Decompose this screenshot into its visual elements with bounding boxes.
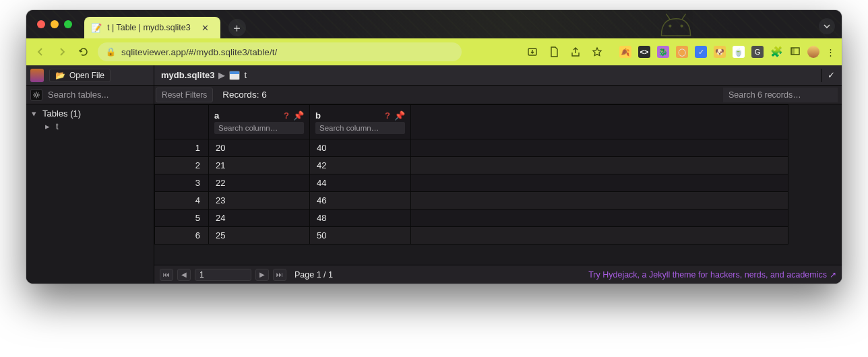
address-bar[interactable]: 🔒 sqliteviewer.app/#/mydb.sqlite3/table/…	[98, 42, 462, 61]
tab-favicon: 📝	[91, 22, 102, 33]
table-row[interactable]: 32244	[155, 174, 788, 192]
promo-link[interactable]: Try Hydejack, a Jekyll theme for hackers…	[588, 270, 836, 280]
url-actions	[526, 46, 603, 58]
app-topbar-left: 📂 Open File	[26, 65, 154, 86]
pager-footer: ⏮ ◀ ▶ ⏭ Page 1 / 1 Try Hydejack, a Jekyl…	[154, 265, 842, 284]
cell-a[interactable]: 21	[209, 157, 310, 174]
kebab-menu-icon[interactable]: ⋮	[826, 47, 835, 57]
column-search-input[interactable]	[315, 122, 405, 134]
pin-icon[interactable]: 📌	[293, 110, 304, 121]
browser-tab[interactable]: 📝 t | Table | mydb.sqlite3 ✕	[84, 17, 220, 38]
row-number: 4	[155, 192, 209, 209]
nav-forward-icon[interactable]	[55, 44, 69, 59]
cell-a[interactable]: 20	[209, 139, 310, 157]
breadcrumb-database[interactable]: mydb.sqlite3	[161, 70, 214, 80]
close-tab-icon[interactable]: ✕	[200, 22, 211, 33]
row-number: 5	[155, 209, 209, 227]
extension-icons: 🍂 <> 🐉 ◯ ✓ 🐶 🍵 G 🧩 ⋮	[619, 46, 835, 59]
panel-icon[interactable]	[790, 46, 801, 59]
column-header[interactable]: b ? 📌	[310, 105, 411, 139]
disclosure-triangle-icon[interactable]: ▸	[45, 121, 52, 131]
cell-b[interactable]: 50	[310, 227, 411, 245]
url-toolbar: 🔒 sqliteviewer.app/#/mydb.sqlite3/table/…	[26, 38, 842, 65]
tables-heading[interactable]: ▾ Tables (1)	[26, 107, 154, 120]
promo-text: Try Hydejack, a Jekyll theme for hackers…	[588, 270, 827, 280]
extension-icon[interactable]: 🍵	[733, 46, 745, 58]
row-number: 6	[155, 227, 209, 245]
column-header[interactable]: a ? 📌	[209, 105, 310, 139]
cell-b[interactable]: 46	[310, 192, 411, 209]
page-input[interactable]	[195, 269, 251, 281]
extension-icon[interactable]: 🐶	[714, 46, 726, 58]
data-grid: a ? 📌 b	[154, 104, 788, 245]
search-tables-input[interactable]	[46, 89, 150, 100]
cell-a[interactable]: 24	[209, 209, 310, 227]
cell-rest	[411, 192, 788, 209]
url-text: sqliteviewer.app/#/mydb.sqlite3/table/t/	[121, 47, 277, 57]
svg-point-0	[669, 24, 671, 27]
row-number: 3	[155, 174, 209, 192]
cell-rest	[411, 209, 788, 227]
tabs-overflow-button[interactable]	[819, 18, 835, 34]
table-row[interactable]: 12040	[155, 139, 788, 157]
pager-first-button[interactable]: ⏮	[160, 269, 173, 281]
app-logo-icon	[30, 69, 44, 82]
reset-filters-button[interactable]: Reset Filters	[156, 88, 213, 102]
android-decoration	[652, 10, 700, 38]
tab-title: t | Table | mydb.sqlite3	[107, 23, 191, 32]
new-tab-button[interactable]: ＋	[228, 19, 246, 36]
svg-rect-4	[791, 48, 795, 55]
cell-b[interactable]: 48	[310, 209, 411, 227]
tab-strip: 📝 t | Table | mydb.sqlite3 ✕ ＋	[26, 10, 842, 38]
profile-avatar-icon[interactable]	[807, 46, 819, 58]
column-name: a	[214, 110, 219, 121]
cell-a[interactable]: 22	[209, 174, 310, 192]
extensions-puzzle-icon[interactable]: 🧩	[770, 46, 783, 58]
disclosure-triangle-icon[interactable]: ▾	[32, 108, 38, 119]
bookmark-star-icon[interactable]	[591, 46, 603, 58]
cell-b[interactable]: 42	[310, 157, 411, 174]
table-row[interactable]: 42346	[155, 192, 788, 209]
extension-icon[interactable]: <>	[638, 46, 650, 58]
sidebar: ▾ Tables (1) ▸ t	[26, 104, 154, 284]
open-file-label: Open File	[69, 71, 104, 80]
sidebar-search	[26, 86, 154, 104]
file-icon[interactable]	[548, 46, 560, 58]
cell-a[interactable]: 23	[209, 192, 310, 209]
extension-icon[interactable]: ◯	[676, 46, 688, 58]
unknown-type-icon[interactable]: ?	[284, 110, 289, 121]
table-icon	[229, 71, 240, 80]
nav-back-icon[interactable]	[33, 44, 48, 59]
search-records-input[interactable]	[723, 88, 838, 102]
close-window-button[interactable]	[37, 20, 45, 28]
extension-icon[interactable]: 🍂	[619, 46, 631, 58]
minimize-window-button[interactable]	[51, 20, 59, 28]
open-file-button[interactable]: 📂 Open File	[49, 69, 111, 82]
fullscreen-window-button[interactable]	[64, 20, 72, 28]
reload-icon[interactable]	[76, 44, 91, 59]
extension-icon[interactable]: 🐉	[657, 46, 669, 58]
breadcrumb: mydb.sqlite3 ▶ t ✓	[154, 65, 842, 86]
table-row[interactable]: 62550	[155, 227, 788, 245]
unknown-type-icon[interactable]: ?	[385, 110, 390, 121]
table-row[interactable]: 52448	[155, 209, 788, 227]
pager-last-button[interactable]: ⏭	[273, 269, 286, 281]
rownum-header	[155, 105, 209, 139]
sidebar-item-table[interactable]: ▸ t	[26, 120, 154, 133]
cell-b[interactable]: 40	[310, 139, 411, 157]
table-row[interactable]: 22142	[155, 157, 788, 174]
confirm-toggle-icon[interactable]: ✓	[822, 69, 835, 82]
pager-next-button[interactable]: ▶	[255, 269, 269, 281]
column-search-input[interactable]	[214, 122, 304, 134]
extension-icon[interactable]: G	[751, 46, 764, 58]
cell-b[interactable]: 44	[310, 174, 411, 192]
extension-icon[interactable]: ✓	[695, 46, 707, 58]
svg-point-1	[680, 24, 683, 27]
breadcrumb-table[interactable]: t	[244, 70, 247, 80]
install-app-icon[interactable]	[526, 46, 538, 58]
pin-icon[interactable]: 📌	[394, 110, 405, 121]
share-icon[interactable]	[569, 46, 582, 58]
pager-prev-button[interactable]: ◀	[177, 269, 191, 281]
cell-a[interactable]: 25	[209, 227, 310, 245]
settings-icon[interactable]	[30, 89, 42, 101]
